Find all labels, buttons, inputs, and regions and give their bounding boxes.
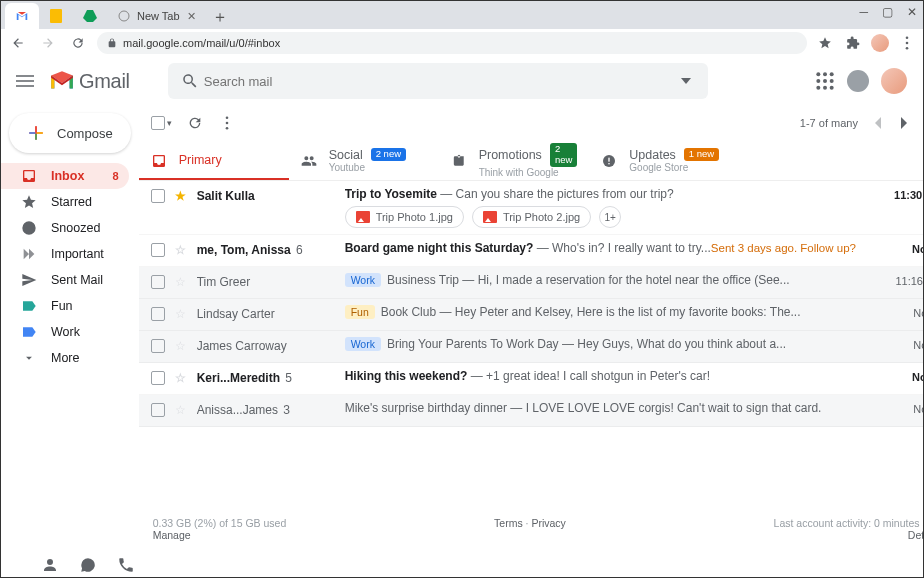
browser-tab-gmail[interactable] [5,3,39,29]
primary-icon [151,153,167,169]
url-bar[interactable]: mail.google.com/mail/u/0/#inbox [97,32,807,54]
mail-checkbox[interactable] [151,403,165,417]
tab-label: Updates [629,148,676,162]
star-icon[interactable]: ★ [173,189,189,203]
svg-point-21 [225,127,228,130]
mail-snippet: — Can you share the pictures from our tr… [440,187,673,201]
account-icon[interactable] [847,70,869,92]
sidebar-item-starred[interactable]: Starred [1,189,129,215]
mail-sender: Salit Kulla [197,187,337,203]
star-icon[interactable]: ☆ [173,403,189,417]
tab-social[interactable]: Social2 newYoutube [289,141,439,180]
sidebar-item-work[interactable]: Work [1,319,129,345]
tab-label: Primary [179,153,222,167]
mail-checkbox[interactable] [151,371,165,385]
label-blue-icon [21,324,37,340]
toolbar: ▾ 1-7 of many [139,105,924,141]
more-button[interactable] [218,114,236,132]
browser-profile-avatar[interactable] [871,34,889,52]
mail-row[interactable]: ★ Salit Kulla Trip to Yosemite — Can you… [139,181,924,235]
window-minimize-icon[interactable]: ─ [859,5,868,19]
star-icon[interactable]: ☆ [173,339,189,353]
new-tab-button[interactable]: ＋ [208,5,232,29]
mail-row[interactable]: ☆ me, Tom, Anissa 6 Board game night thi… [139,235,924,267]
browser-tab-3[interactable] [73,3,107,29]
mail-checkbox[interactable] [151,243,165,257]
sidebar-item-fun[interactable]: Fun [1,293,129,319]
sidebar-item-label: Starred [51,195,92,209]
next-page-button[interactable] [896,114,914,132]
mail-row[interactable]: ☆ Tim Greer WorkBusiness Trip — Hi, I ma… [139,267,924,299]
apps-grid-icon[interactable] [815,71,835,91]
mail-label: Fun [345,305,375,319]
search-input[interactable] [204,74,672,89]
sidebar-item-inbox[interactable]: Inbox8 [1,163,129,189]
svg-marker-1 [83,10,97,22]
mail-row[interactable]: ☆ James Carroway WorkBring Your Parents … [139,331,924,363]
mail-checkbox[interactable] [151,189,165,203]
browser-menu-icon[interactable] [897,33,917,53]
attachment-more[interactable]: 1+ [599,206,621,228]
bookmark-icon[interactable] [815,33,835,53]
tab-close-icon[interactable]: ✕ [186,10,198,22]
mail-row[interactable]: ☆ Keri...Meredith 5 Hiking this weekend?… [139,363,924,395]
tab-subtitle: Youtube [329,162,406,174]
tab-promotions[interactable]: Promotions2 newThink with Google [439,141,590,180]
contacts-icon[interactable] [41,556,59,574]
clock-icon [21,220,37,236]
browser-back-button[interactable] [7,32,29,54]
svg-point-12 [816,86,820,90]
sidebar-item-important[interactable]: Important [1,241,129,267]
terms-link[interactable]: Terms [494,517,523,529]
sidebar-item-label: More [51,351,79,365]
mail-row[interactable]: ☆ Lindsay Carter FunBook Club — Hey Pete… [139,299,924,331]
details-link[interactable]: Details [908,529,924,541]
svg-point-5 [906,47,909,50]
phone-icon[interactable] [117,556,135,574]
attachment-chip[interactable]: Trip Photo 1.jpg [345,206,464,228]
chevron-icon [21,350,37,366]
promo-icon [451,153,467,169]
chat-icon[interactable] [79,556,97,574]
profile-avatar[interactable] [881,68,907,94]
svg-point-4 [906,42,909,45]
attachment-chip[interactable]: Trip Photo 2.jpg [472,206,591,228]
svg-point-19 [225,116,228,119]
main-menu-button[interactable] [11,67,39,95]
window-close-icon[interactable]: ✕ [907,5,917,19]
browser-tab-2[interactable] [39,3,73,29]
svg-point-6 [816,72,820,76]
tab-badge: 2 new [371,148,406,161]
mail-checkbox[interactable] [151,307,165,321]
tab-primary[interactable]: Primary [139,141,289,180]
manage-link[interactable]: Manage [153,529,191,541]
mail-date: Nov 5 [880,305,924,319]
tab-updates[interactable]: Updates1 newGoogle Store [589,141,739,180]
extensions-icon[interactable] [843,33,863,53]
gmail-logo[interactable]: Gmail [49,70,130,93]
sidebar-item-more[interactable]: More [1,345,129,371]
select-all-checkbox[interactable]: ▾ [151,116,172,130]
browser-reload-button[interactable] [67,32,89,54]
search-options-icon[interactable] [672,78,700,84]
browser-forward-button[interactable] [37,32,59,54]
star-icon[interactable]: ☆ [173,371,189,385]
sidebar-item-snoozed[interactable]: Snoozed [1,215,129,241]
mail-row[interactable]: ☆ Anissa...James 3 Mike's surprise birth… [139,395,924,427]
star-icon[interactable]: ☆ [173,307,189,321]
compose-button[interactable]: Compose [9,113,131,153]
svg-point-2 [119,11,129,21]
sidebar-item-label: Work [51,325,80,339]
search-bar[interactable] [168,63,708,99]
mail-checkbox[interactable] [151,339,165,353]
sidebar-item-sent-mail[interactable]: Sent Mail [1,267,129,293]
prev-page-button[interactable] [868,114,886,132]
star-icon[interactable]: ☆ [173,243,189,257]
mail-checkbox[interactable] [151,275,165,289]
star-icon[interactable]: ☆ [173,275,189,289]
privacy-link[interactable]: Privacy [531,517,565,529]
browser-tab-newtab[interactable]: New Tab ✕ [107,3,208,29]
image-icon [483,211,497,223]
window-maximize-icon[interactable]: ▢ [882,5,893,19]
refresh-button[interactable] [186,114,204,132]
